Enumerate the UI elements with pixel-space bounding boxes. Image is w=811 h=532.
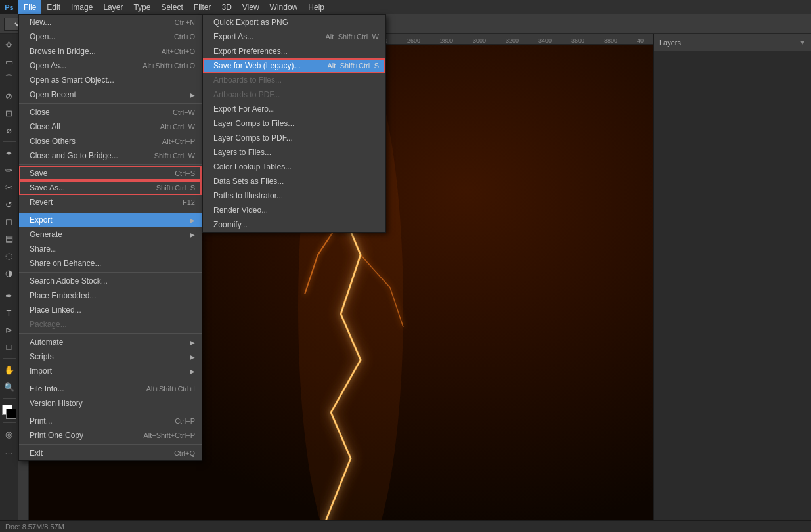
menu-image[interactable]: Image [66,0,98,14]
menu-item-layer-comps-files[interactable]: Layer Comps to Files... [203,116,385,131]
dodge-tool[interactable]: ◑ [1,265,17,280]
healing-brush-tool[interactable]: ✦ [1,145,17,161]
menu-item-share[interactable]: Share... [19,242,202,256]
menu-divider [19,444,202,445]
menu-divider [19,412,202,412]
menu-item-save-as[interactable]: Save As... Shift+Ctrl+S [19,181,202,195]
menu-item-package[interactable]: Package... [19,317,202,332]
menu-item-file-info[interactable]: File Info... Alt+Shift+Ctrl+I [19,382,202,396]
menu-item-export[interactable]: Export ▶ [19,213,202,227]
menu-type[interactable]: Type [128,0,156,14]
pen-tool[interactable]: ✒ [1,288,17,303]
menu-item-open-recent[interactable]: Open Recent ▶ [19,87,202,102]
ruler-mark: 3600 [571,37,604,44]
menu-layer[interactable]: Layer [98,0,128,14]
move-tool[interactable]: ✥ [1,37,17,53]
menu-item-close-all[interactable]: Close All Alt+Ctrl+W [19,120,202,134]
panel-title: Layers [659,39,681,47]
menu-item-scripts[interactable]: Scripts ▶ [19,349,202,364]
gradient-tool[interactable]: ▤ [1,231,17,246]
menu-filter[interactable]: Filter [188,0,217,14]
menu-item-place-linked[interactable]: Place Linked... [19,303,202,317]
panel-collapse-btn[interactable]: ▼ [799,39,806,46]
menu-item-data-sets[interactable]: Data Sets as Files... [203,174,385,188]
menu-item-search-stock[interactable]: Search Adobe Stock... [19,274,202,288]
ruler-mark: 3400 [538,37,571,44]
menu-bar: Ps File Edit Image Layer Type Select Fil… [0,0,811,14]
menu-item-color-lookup[interactable]: Color Lookup Tables... [203,160,385,174]
crop-tool[interactable]: ⊡ [1,105,17,121]
menu-item-render-video[interactable]: Render Video... [203,203,385,217]
menu-divider [19,164,202,165]
shape-tool[interactable]: □ [1,339,17,355]
history-brush-tool[interactable]: ↺ [1,196,17,212]
toolbar-divider-4 [3,398,16,399]
menu-view[interactable]: View [237,0,265,14]
path-selection-tool[interactable]: ⊳ [1,322,17,338]
menu-item-import[interactable]: Import ▶ [19,364,202,378]
quick-selection-tool[interactable]: ⊘ [1,88,17,104]
background-color[interactable] [6,409,16,419]
menu-item-artboards-pdf[interactable]: Artboards to PDF... [203,87,385,102]
menu-item-revert[interactable]: Revert F12 [19,195,202,210]
panel-header: Layers ▼ [654,34,811,51]
ruler-mark: 3000 [473,37,506,44]
menu-item-layers-to-files[interactable]: Layers to Files... [203,145,385,160]
eraser-tool[interactable]: ◻ [1,213,17,229]
menu-item-paths-illustrator[interactable]: Paths to Illustrator... [203,188,385,203]
right-panel: Layers ▼ [653,34,811,532]
toolbar-divider-3 [3,358,16,359]
lasso-tool[interactable]: ⌒ [1,71,17,87]
menu-3d[interactable]: 3D [216,0,236,14]
menu-item-export-prefs[interactable]: Export Preferences... [203,44,385,58]
zoom-tool[interactable]: 🔍 [1,379,17,395]
clone-stamp-tool[interactable]: ✂ [1,179,17,195]
menu-item-save[interactable]: Save Ctrl+S [19,166,202,181]
extras-btn[interactable]: … [1,443,17,459]
menu-item-save-web[interactable]: Save for Web (Legacy)... Alt+Shift+Ctrl+… [203,58,385,73]
menu-item-open-as[interactable]: Open As... Alt+Shift+Ctrl+O [19,58,202,73]
left-toolbar: ✥ ▭ ⌒ ⊘ ⊡ ⌀ ✦ ✏ ✂ ↺ ◻ ▤ ◌ ◑ ✒ T ⊳ □ ✋ 🔍 … [0,34,18,532]
menu-item-close-go-bridge[interactable]: Close and Go to Bridge... Shift+Ctrl+W [19,148,202,163]
menu-item-export-as[interactable]: Export As... Alt+Shift+Ctrl+W [203,30,385,44]
menu-edit[interactable]: Edit [41,0,66,14]
menu-item-open[interactable]: Open... Ctrl+O [19,30,202,44]
menu-item-quick-export[interactable]: Quick Export as PNG [203,15,385,30]
rectangular-marquee-tool[interactable]: ▭ [1,54,17,70]
menu-select[interactable]: Select [156,0,188,14]
menu-item-automate[interactable]: Automate ▶ [19,335,202,349]
menu-item-close-others[interactable]: Close Others Alt+Ctrl+P [19,134,202,148]
menu-divider [19,333,202,334]
menu-item-new[interactable]: New... Ctrl+N [19,15,202,30]
hand-tool[interactable]: ✋ [1,362,17,378]
menu-item-close[interactable]: Close Ctrl+W [19,105,202,120]
menu-item-layer-comps-pdf[interactable]: Layer Comps to PDF... [203,131,385,145]
menu-item-zoomify[interactable]: Zoomify... [203,217,385,232]
menu-file[interactable]: File [18,0,41,14]
file-menu-dropdown: New... Ctrl+N Open... Ctrl+O Browse in B… [18,14,202,461]
menu-item-print-one[interactable]: Print One Copy Alt+Shift+Ctrl+P [19,428,202,443]
menu-item-artboards-files[interactable]: Artboards to Files... [203,73,385,87]
menu-help[interactable]: Help [303,0,330,14]
type-tool[interactable]: T [1,305,17,321]
menu-item-export-aero[interactable]: Export For Aero... [203,102,385,116]
menu-item-place-embedded[interactable]: Place Embedded... [19,288,202,303]
menu-divider [19,103,202,104]
menu-item-exit[interactable]: Exit Ctrl+Q [19,446,202,460]
brush-tool[interactable]: ✏ [1,162,17,178]
menu-item-open-smart[interactable]: Open as Smart Object... [19,73,202,87]
menu-item-generate[interactable]: Generate ▶ [19,227,202,242]
color-swatches[interactable] [2,405,16,419]
app-logo: Ps [0,0,18,14]
ruler-mark: 3800 [604,37,637,44]
toolbar-divider-5 [3,422,16,423]
quick-mask-toggle[interactable]: ◎ [1,426,17,442]
menu-item-browse[interactable]: Browse in Bridge... Alt+Ctrl+O [19,44,202,58]
blur-tool[interactable]: ◌ [1,248,17,263]
eyedropper-tool[interactable]: ⌀ [1,122,17,138]
menu-window[interactable]: Window [265,0,303,14]
menu-item-version-history[interactable]: Version History [19,396,202,410]
toolbar-divider-1 [3,141,16,142]
menu-item-print[interactable]: Print... Ctrl+P [19,414,202,428]
menu-item-share-behance[interactable]: Share on Behance... [19,256,202,271]
